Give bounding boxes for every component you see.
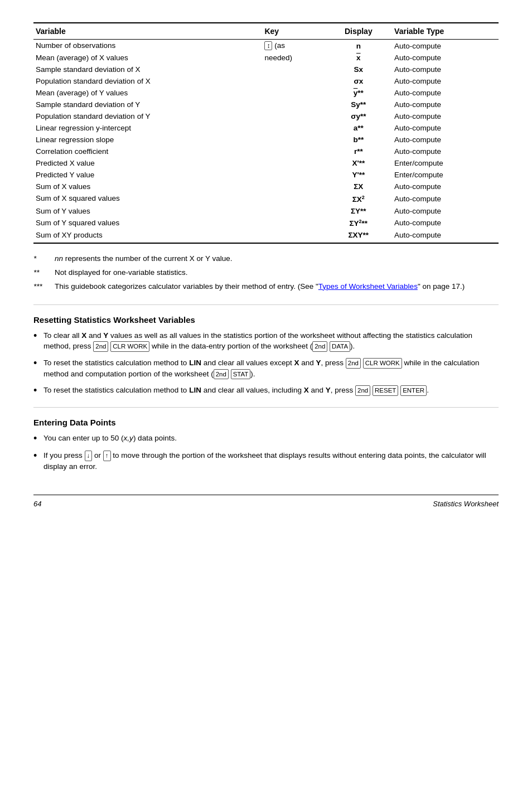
key-box: ↕ — [264, 41, 272, 50]
key-clr-work-2: CLR WORK — [363, 358, 402, 369]
key-2nd-4: 2nd — [214, 369, 229, 380]
table-cell-variable: Correlation coefficient — [33, 146, 262, 157]
key-down: ↓ — [85, 451, 93, 461]
table-cell-display: ΣY** — [327, 205, 393, 217]
table-cell-key — [262, 157, 327, 169]
table-cell-variable: Population standard deviation of X — [33, 75, 262, 87]
table-cell-key — [262, 181, 327, 192]
table-cell-vartype: Auto-compute — [392, 64, 499, 75]
bullet-dot: • — [33, 357, 43, 379]
entering-heading: Entering Data Points — [33, 418, 499, 427]
table-row: Correlation coefficientr**Auto-compute — [33, 146, 499, 157]
bullet-content: If you press ↓ or ↑ to move through the … — [43, 450, 499, 472]
bullet-dot: • — [33, 330, 43, 352]
table-row: Sum of X squared valuesΣX2Auto-compute — [33, 192, 499, 205]
table-cell-variable: Linear regression y-intercept — [33, 122, 262, 134]
bullet-content: You can enter up to 50 (x,y) data points… — [43, 433, 499, 445]
table-cell-key: needed) — [262, 52, 327, 64]
key-up: ↑ — [103, 451, 111, 461]
table-cell-variable: Linear regression slope — [33, 134, 262, 146]
table-row: Population standard deviation of XσxAuto… — [33, 75, 499, 87]
table-cell-display: σy** — [327, 110, 393, 122]
table-cell-variable: Mean (average) of X values — [33, 52, 262, 64]
table-cell-key — [262, 110, 327, 122]
footnote-text-1: nn represents the number of the current … — [55, 254, 499, 264]
list-item: • To clear all X and Y values as well as… — [33, 330, 499, 352]
table-cell-variable: Predicted Y value — [33, 169, 262, 181]
key-clr-work-1: CLR WORK — [110, 341, 149, 352]
table-cell-vartype: Auto-compute — [392, 134, 499, 146]
table-row: Sum of XY productsΣXY**Auto-compute — [33, 229, 499, 243]
table-cell-variable: Sum of XY products — [33, 229, 262, 243]
footnote-text-2: Not displayed for one-variable statistic… — [55, 268, 499, 278]
table-cell-vartype: Auto-compute — [392, 181, 499, 192]
table-cell-display: r** — [327, 146, 393, 157]
key-stat: STAT — [231, 369, 251, 380]
table-cell-variable: Sample standard deviation of Y — [33, 99, 262, 110]
table-row: Population standard deviation of Yσy**Au… — [33, 110, 499, 122]
table-cell-display: Sy** — [327, 99, 393, 110]
resetting-heading: Resetting Statistics Worksheet Variables — [33, 315, 499, 325]
table-cell-vartype: Auto-compute — [392, 205, 499, 217]
table-cell-variable: Sum of X values — [33, 181, 262, 192]
table-cell-display: ΣY2** — [327, 217, 393, 230]
table-row: Sum of X valuesΣXAuto-compute — [33, 181, 499, 192]
table-cell-vartype: Auto-compute — [392, 217, 499, 230]
table-cell-key — [262, 229, 327, 243]
table-cell-key — [262, 134, 327, 146]
table-cell-vartype: Enter/compute — [392, 157, 499, 169]
table-cell-key — [262, 146, 327, 157]
table-cell-vartype: Auto-compute — [392, 110, 499, 122]
table-cell-variable: Predicted X value — [33, 157, 262, 169]
table-cell-key — [262, 64, 327, 75]
footnote-marker-1: * — [33, 254, 55, 264]
table-row: Linear regression y-intercepta**Auto-com… — [33, 122, 499, 134]
footnote-2: ** Not displayed for one-variable statis… — [33, 268, 499, 278]
table-cell-vartype: Enter/compute — [392, 169, 499, 181]
page-footer: 64 Statistics Worksheet — [33, 495, 499, 508]
footnote-3: *** This guidebook categorizes calculato… — [33, 282, 499, 292]
table-row: Sum of Y valuesΣY**Auto-compute — [33, 205, 499, 217]
table-cell-display: ΣXY** — [327, 229, 393, 243]
list-item: • You can enter up to 50 (x,y) data poin… — [33, 433, 499, 445]
table-cell-vartype: Auto-compute — [392, 146, 499, 157]
key-enter: ENTER — [400, 385, 427, 396]
bullet-content: To reset the statistics calculation meth… — [43, 357, 499, 379]
table-cell-variable: Sum of X squared values — [33, 192, 262, 205]
table-cell-variable: Population standard deviation of Y — [33, 110, 262, 122]
table-cell-vartype: Auto-compute — [392, 87, 499, 99]
table-cell-vartype: Auto-compute — [392, 192, 499, 205]
table-cell-display: x — [327, 52, 393, 64]
table-cell-variable: Number of observations — [33, 40, 262, 52]
table-cell-variable: Sum of Y squared values — [33, 217, 262, 230]
table-row: Linear regression slopeb**Auto-compute — [33, 134, 499, 146]
bullet-dot: • — [33, 385, 43, 397]
key-reset: RESET — [373, 385, 398, 396]
table-cell-display: σx — [327, 75, 393, 87]
key-2nd-2: 2nd — [312, 341, 327, 352]
table-row: Sample standard deviation of YSy**Auto-c… — [33, 99, 499, 110]
col-header-key: Key — [262, 23, 327, 40]
table-cell-display: X'** — [327, 157, 393, 169]
key-2nd-5: 2nd — [355, 385, 370, 396]
table-cell-key — [262, 122, 327, 134]
bullet-content: To clear all X and Y values as well as a… — [43, 330, 499, 352]
table-cell-vartype: Auto-compute — [392, 75, 499, 87]
statistics-table: Variable Key Display Variable Type Numbe… — [33, 22, 499, 244]
divider-1 — [33, 304, 499, 305]
table-cell-vartype: Auto-compute — [392, 52, 499, 64]
footnote-1: * nn represents the number of the curren… — [33, 254, 499, 264]
divider-2 — [33, 407, 499, 408]
bullet-dot: • — [33, 450, 43, 472]
col-header-display: Display — [327, 23, 393, 40]
table-cell-key — [262, 99, 327, 110]
table-cell-vartype: Auto-compute — [392, 40, 499, 52]
table-cell-vartype: Auto-compute — [392, 122, 499, 134]
page-number: 64 — [33, 500, 41, 508]
table-cell-key — [262, 169, 327, 181]
table-row: Sample standard deviation of XSxAuto-com… — [33, 64, 499, 75]
table-row: Mean (average) of Y valuesy**Auto-comput… — [33, 87, 499, 99]
worksheet-variables-link[interactable]: Types of Worksheet Variables — [318, 282, 418, 291]
table-cell-vartype: Auto-compute — [392, 229, 499, 243]
entering-list: • You can enter up to 50 (x,y) data poin… — [33, 433, 499, 472]
